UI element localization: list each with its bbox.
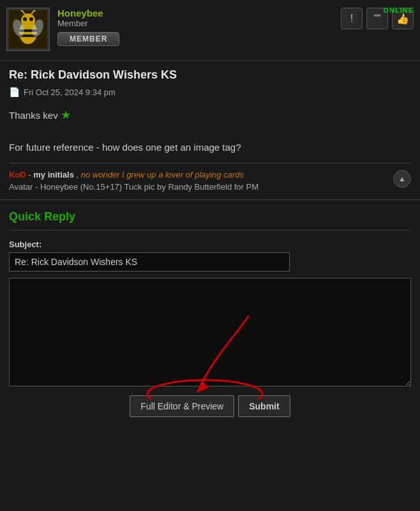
sig-comma: , <box>77 170 81 179</box>
submit-button[interactable]: Submit <box>238 395 290 417</box>
sig-italic: no wonder I grew up a lover of playing c… <box>81 170 244 179</box>
username: Honeybee <box>57 8 341 19</box>
user-role: Member <box>57 19 341 28</box>
post-line1: Thanks kev ★ <box>9 106 411 125</box>
scroll-top-button[interactable]: ▲ <box>393 170 411 188</box>
online-status: ONLINE <box>383 6 414 14</box>
form-divider <box>9 230 411 231</box>
star-icon: ★ <box>61 109 71 121</box>
message-textarea[interactable] <box>9 278 411 386</box>
svg-point-5 <box>23 17 27 21</box>
sig-main: KoD - my initials , no wonder I grew up … <box>9 170 411 179</box>
avatar <box>6 8 51 52</box>
svg-point-4 <box>21 13 35 27</box>
post-content: Re: Rick Davidson Wishers KS 📄 Fri Oct 2… <box>0 61 420 199</box>
post-date: 📄 Fri Oct 25, 2024 9:34 pm <box>9 87 411 97</box>
subject-input[interactable] <box>9 252 290 271</box>
buttons-row: Full Editor & Preview Submit <box>9 393 411 417</box>
post-body: Thanks kev ★ For future reference - how … <box>9 106 411 155</box>
member-badge: MEMBER <box>57 32 119 46</box>
post-title: Re: Rick Davidson Wishers KS <box>9 68 411 82</box>
report-button[interactable]: ! <box>341 8 363 29</box>
quick-reply-title: Quick Reply <box>9 210 411 224</box>
sig-avatar-text: Avatar - Honeybee (No.15+17) Tuck pic by… <box>9 182 411 192</box>
sig-kod: KoD <box>9 170 26 179</box>
date-icon: 📄 <box>9 87 20 97</box>
post-line2: For future reference - how does one get … <box>9 140 411 155</box>
user-info: Honeybee Member MEMBER <box>57 8 341 46</box>
subject-label: Subject: <box>9 240 411 249</box>
signature: ▲ KoD - my initials , no wonder I grew u… <box>9 163 411 192</box>
quick-reply-section: Quick Reply Subject: Full Editor & Previ… <box>0 200 420 426</box>
post-header: Honeybee Member MEMBER ! ““ 👍 ONLINE <box>0 0 420 60</box>
sig-initials: my initials <box>33 170 74 179</box>
post-date-text: Fri Oct 25, 2024 9:34 pm <box>24 88 116 97</box>
full-editor-button[interactable]: Full Editor & Preview <box>130 395 234 417</box>
buttons-annotation-wrap: Full Editor & Preview Submit <box>9 393 411 417</box>
svg-point-6 <box>29 17 33 21</box>
